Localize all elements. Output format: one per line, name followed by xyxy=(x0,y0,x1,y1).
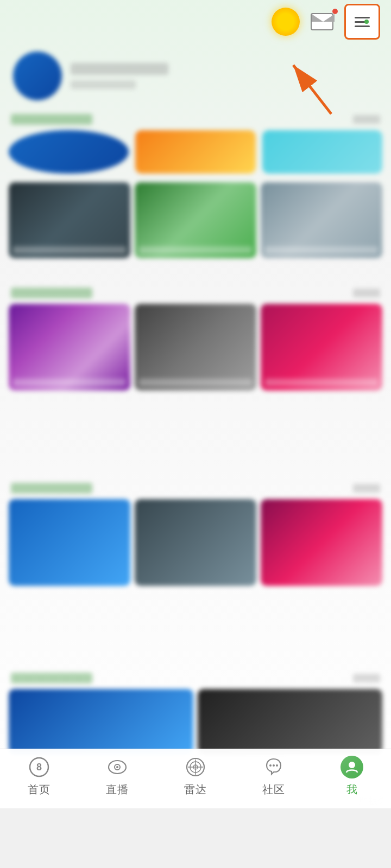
section-3-more xyxy=(353,484,380,493)
media-thumb-1-label xyxy=(13,246,126,254)
profile-nav-avatar xyxy=(340,756,363,778)
media-thumb-7-img xyxy=(9,499,130,586)
media-thumb-8[interactable] xyxy=(135,499,256,586)
weather-icon xyxy=(272,8,300,36)
menu-line-2 xyxy=(355,21,367,23)
profile-subtitle xyxy=(71,80,136,89)
media-thumb-11[interactable] xyxy=(198,689,382,754)
nav-item-community[interactable]: 社区 xyxy=(235,755,313,797)
svg-point-6 xyxy=(116,766,118,768)
section-4-title xyxy=(11,673,92,684)
profile-avatar xyxy=(13,52,62,100)
radar-icon xyxy=(184,755,207,779)
nav-item-radar[interactable]: 雷达 xyxy=(156,755,235,797)
media-thumb-4[interactable] xyxy=(9,304,130,391)
home-icon: 8 xyxy=(27,755,51,779)
media-thumb-3[interactable] xyxy=(261,182,382,258)
bottom-nav: 8 首页 直播 xyxy=(0,749,391,808)
nav-label-community: 社区 xyxy=(262,782,285,797)
icon-thumb-3 xyxy=(262,130,382,174)
section-3-title xyxy=(11,483,92,494)
media-thumb-8-img xyxy=(135,499,256,586)
media-thumb-9[interactable] xyxy=(261,499,382,586)
media-thumb-4-label xyxy=(13,379,126,386)
media-grid-2 xyxy=(9,304,382,391)
section-4-header xyxy=(9,667,382,689)
section-3 xyxy=(0,477,391,595)
nav-label-profile: 我 xyxy=(346,782,358,797)
mail-notification-dot xyxy=(332,9,338,14)
media-thumb-7[interactable] xyxy=(9,499,130,586)
section-2-more xyxy=(353,289,380,297)
profile-info xyxy=(71,63,378,89)
nav-label-radar: 雷达 xyxy=(184,782,207,797)
media-grid-1 xyxy=(9,182,382,258)
nav-label-live: 直播 xyxy=(106,782,129,797)
media-thumb-5-label xyxy=(139,379,252,386)
media-thumb-3-label xyxy=(265,246,378,254)
nav-label-home: 首页 xyxy=(28,782,51,797)
media-thumb-5[interactable] xyxy=(135,304,256,391)
menu-line-3 xyxy=(355,25,370,27)
media-thumb-2-label xyxy=(139,246,252,254)
section-2-header xyxy=(9,282,382,304)
media-thumb-1[interactable] xyxy=(9,182,130,258)
section-3-header xyxy=(9,477,382,499)
main-content: 8 首页 直播 xyxy=(0,0,391,808)
media-thumb-10-img xyxy=(9,689,193,754)
media-grid-3 xyxy=(9,499,382,586)
svg-point-15 xyxy=(349,762,355,768)
mail-icon xyxy=(311,13,333,30)
media-thumb-2[interactable] xyxy=(135,182,256,258)
icon-thumb-1 xyxy=(9,130,129,174)
media-thumb-5-img xyxy=(135,304,256,391)
live-icon xyxy=(105,755,129,779)
svg-point-12 xyxy=(269,764,272,767)
section-1-header xyxy=(9,108,382,130)
svg-point-14 xyxy=(276,764,278,767)
top-bar-right xyxy=(272,4,380,40)
media-thumb-4-img xyxy=(9,304,130,391)
nav-item-home[interactable]: 8 首页 xyxy=(0,755,78,797)
nav-item-profile[interactable]: 我 xyxy=(313,755,391,797)
top-bar xyxy=(0,0,391,43)
media-thumb-6-img xyxy=(261,304,382,391)
media-thumb-9-img xyxy=(261,499,382,586)
menu-icon-inner xyxy=(355,17,370,27)
svg-text:8: 8 xyxy=(36,762,42,773)
section-4-more xyxy=(353,674,380,682)
media-thumb-6[interactable] xyxy=(261,304,382,391)
icon-thumb-2 xyxy=(135,130,255,174)
svg-point-13 xyxy=(273,764,275,767)
profile-area xyxy=(0,43,391,108)
icon-row xyxy=(9,130,382,174)
mail-icon-wrap[interactable] xyxy=(308,11,336,33)
media-grid-4 xyxy=(9,689,382,754)
menu-settings-button[interactable] xyxy=(344,4,380,40)
media-thumb-6-label xyxy=(265,379,378,386)
section-2 xyxy=(0,282,391,399)
section-1-more xyxy=(353,115,380,124)
nav-item-live[interactable]: 直播 xyxy=(78,755,156,797)
media-thumb-10[interactable] xyxy=(9,689,193,754)
profile-name xyxy=(71,63,168,75)
menu-settings-dot xyxy=(364,20,369,24)
menu-line-1 xyxy=(355,17,370,18)
section-1-title xyxy=(11,114,92,125)
profile-icon xyxy=(340,755,364,779)
media-thumb-11-img xyxy=(198,689,382,754)
community-icon xyxy=(262,755,286,779)
section-2-title xyxy=(11,288,92,298)
section-1 xyxy=(0,108,391,267)
